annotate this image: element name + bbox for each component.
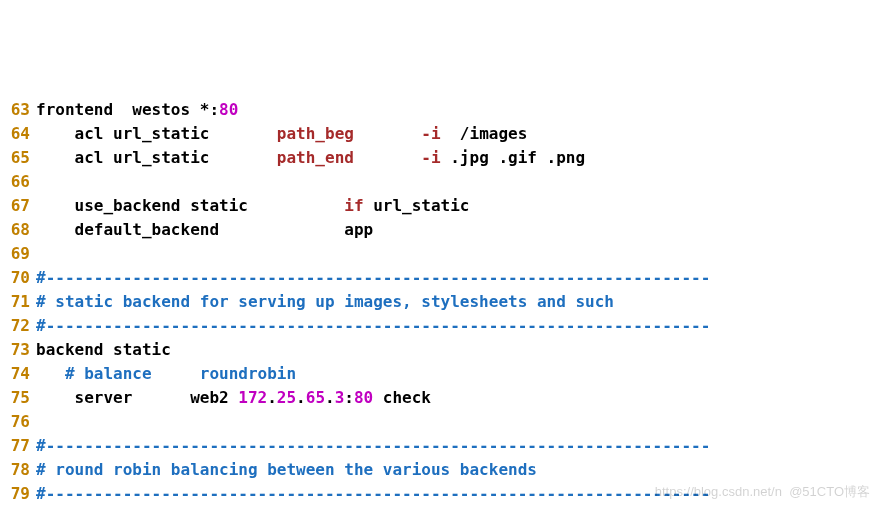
code-line: 68 default_backend app (0, 218, 882, 242)
line-content: use_backend static if url_static (36, 194, 882, 218)
line-content: frontend westos *:80 (36, 98, 882, 122)
code-line: 69 (0, 242, 882, 266)
line-number: 79 (0, 482, 36, 506)
line-content: # balance roundrobin (36, 362, 882, 386)
line-number: 67 (0, 194, 36, 218)
line-content: #---------------------------------------… (36, 266, 882, 290)
line-content: #backend app (36, 506, 882, 510)
line-number: 64 (0, 122, 36, 146)
line-content: backend static (36, 338, 882, 362)
code-line: 75 server web2 172.25.65.3:80 check (0, 386, 882, 410)
line-content: # static backend for serving up images, … (36, 290, 882, 314)
line-number: 63 (0, 98, 36, 122)
line-number: 74 (0, 362, 36, 386)
code-line: 71# static backend for serving up images… (0, 290, 882, 314)
code-line: 73backend static (0, 338, 882, 362)
line-number: 73 (0, 338, 36, 362)
line-number: 68 (0, 218, 36, 242)
line-number: 80 (0, 506, 36, 510)
code-line: 79#-------------------------------------… (0, 482, 882, 506)
line-content: acl url_static path_end -i .jpg .gif .pn… (36, 146, 882, 170)
line-number: 75 (0, 386, 36, 410)
line-number: 77 (0, 434, 36, 458)
line-number: 69 (0, 242, 36, 266)
code-line: 76 (0, 410, 882, 434)
code-line: 77#-------------------------------------… (0, 434, 882, 458)
code-line: 67 use_backend static if url_static (0, 194, 882, 218)
code-editor: 63frontend westos *:8064 acl url_static … (0, 96, 882, 510)
code-line: 63frontend westos *:80 (0, 98, 882, 122)
line-number: 71 (0, 290, 36, 314)
line-number: 78 (0, 458, 36, 482)
code-line: 70#-------------------------------------… (0, 266, 882, 290)
code-line: 65 acl url_static path_end -i .jpg .gif … (0, 146, 882, 170)
line-number: 72 (0, 314, 36, 338)
line-content (36, 410, 882, 434)
line-content: server web2 172.25.65.3:80 check (36, 386, 882, 410)
code-line: 74 # balance roundrobin (0, 362, 882, 386)
line-content (36, 242, 882, 266)
line-content: acl url_static path_beg -i /images (36, 122, 882, 146)
line-number: 70 (0, 266, 36, 290)
code-line: 80#backend app (0, 506, 882, 510)
code-line: 78# round robin balancing between the va… (0, 458, 882, 482)
line-content: #---------------------------------------… (36, 482, 882, 506)
line-number: 65 (0, 146, 36, 170)
line-content: # round robin balancing between the vari… (36, 458, 882, 482)
line-number: 76 (0, 410, 36, 434)
code-line: 64 acl url_static path_beg -i /images (0, 122, 882, 146)
line-content: #---------------------------------------… (36, 314, 882, 338)
line-content (36, 170, 882, 194)
code-line: 72#-------------------------------------… (0, 314, 882, 338)
line-number: 66 (0, 170, 36, 194)
line-content: #---------------------------------------… (36, 434, 882, 458)
line-content: default_backend app (36, 218, 882, 242)
code-line: 66 (0, 170, 882, 194)
